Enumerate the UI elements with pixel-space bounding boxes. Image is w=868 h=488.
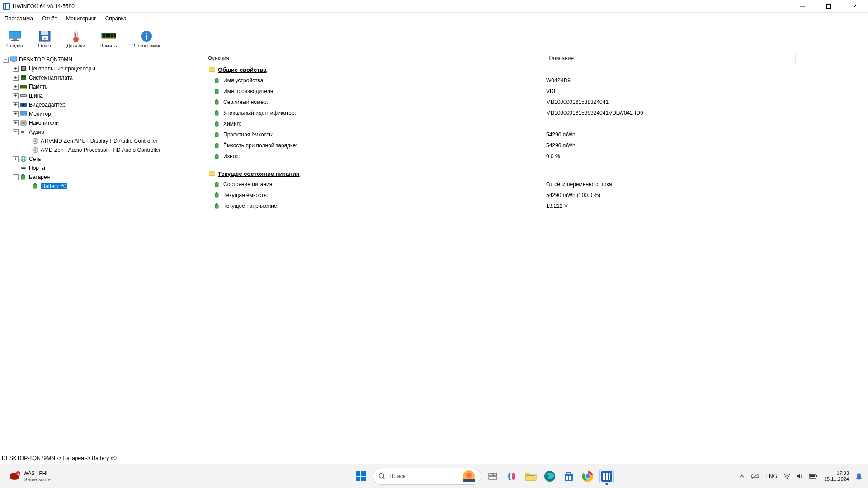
property-row[interactable]: Ёмкость при полной зарядке:54290 mWh: [203, 140, 868, 151]
chrome-button[interactable]: [580, 469, 595, 483]
tree-item[interactable]: +Видеоадаптер: [3, 100, 203, 109]
tree-item[interactable]: +Сеть: [3, 155, 203, 164]
svg-text:1: 1: [17, 472, 19, 476]
menu-report[interactable]: Отчёт: [38, 13, 61, 24]
window-controls: [789, 0, 868, 12]
svg-rect-54: [22, 168, 23, 169]
column-extra[interactable]: [796, 54, 868, 64]
column-description[interactable]: Описание: [544, 54, 796, 64]
store-button[interactable]: [561, 469, 576, 483]
menu-help[interactable]: Справка: [101, 13, 131, 24]
svg-rect-57: [21, 175, 25, 179]
property-value: VDL: [544, 88, 868, 94]
column-function[interactable]: Функция: [203, 54, 544, 64]
clock[interactable]: 17:33 15.11.2024: [824, 470, 849, 482]
edge-button[interactable]: [542, 469, 557, 483]
tree-item-label: Батарея: [29, 174, 50, 180]
tree-item[interactable]: +Центральные процессоры: [3, 64, 203, 73]
property-row[interactable]: Серийный номер:MB100000161538324041: [203, 97, 868, 108]
svg-rect-24: [102, 38, 116, 39]
expand-icon[interactable]: +: [13, 120, 19, 126]
tree-item-label: Порты: [29, 165, 45, 171]
tree-child-item[interactable]: ATI/AMD Zen APU - Display HD Audio Contr…: [3, 136, 203, 145]
explorer-button[interactable]: [524, 469, 538, 483]
toolbar-summary[interactable]: Сводка: [5, 29, 25, 49]
tree-child-label: AMD Zen - Audio Processor - HD Audio Con…: [41, 147, 160, 153]
property-row[interactable]: Текущее напряжение:13.212 V: [203, 201, 868, 211]
property-row[interactable]: Имя производителя:VDL: [203, 86, 868, 97]
news-widget[interactable]: 1 WAS - PHI Game score: [9, 470, 51, 483]
tree-item[interactable]: +Шина: [3, 91, 203, 100]
expand-icon[interactable]: +: [13, 66, 19, 72]
tray-chevron-icon[interactable]: [739, 474, 745, 479]
property-value: От сети переменного тока: [544, 181, 868, 188]
battery-icon: [214, 88, 221, 94]
expand-icon[interactable]: +: [13, 84, 19, 90]
collapse-icon[interactable]: −: [3, 57, 9, 63]
minimize-button[interactable]: [789, 0, 816, 12]
svg-rect-35: [24, 76, 25, 77]
svg-rect-77: [215, 155, 218, 159]
tree-item[interactable]: +Память: [3, 82, 203, 91]
property-label: Химия:: [223, 121, 241, 127]
tree-child-item[interactable]: AMD Zen - Audio Processor - HD Audio Con…: [3, 145, 203, 155]
svg-rect-61: [209, 68, 215, 72]
tree-item[interactable]: −Аудио: [3, 127, 203, 136]
property-row[interactable]: Уникальный идентификатор:MB1000001615383…: [203, 108, 868, 118]
taskbar-search[interactable]: Поиск: [373, 468, 481, 485]
tree-child-item[interactable]: Battery #0: [3, 182, 203, 191]
tree-item[interactable]: Порты: [3, 164, 203, 173]
tree-pane[interactable]: − DESKTOP-8QN79MN +Центральные процессор…: [0, 54, 203, 452]
svg-point-26: [146, 33, 147, 34]
menu-monitoring[interactable]: Мониторинг: [61, 13, 101, 24]
collapse-icon[interactable]: −: [13, 174, 19, 180]
notifications-icon[interactable]: [855, 472, 863, 480]
menu-program[interactable]: Программа: [0, 13, 38, 24]
toolbar-sensors[interactable]: Датчики: [65, 29, 87, 49]
toolbar-about[interactable]: О программе: [130, 29, 164, 49]
wifi-icon[interactable]: [783, 473, 791, 479]
expand-icon[interactable]: +: [13, 102, 19, 108]
task-view-button[interactable]: [486, 469, 500, 483]
expand-icon[interactable]: +: [13, 93, 19, 99]
toolbar-memory[interactable]: Память: [98, 29, 118, 49]
taskbar-widgets[interactable]: 1 WAS - PHI Game score: [0, 470, 262, 483]
svg-rect-34: [22, 76, 23, 77]
tree-item[interactable]: −Батарея: [3, 173, 203, 182]
battery-icon[interactable]: [809, 474, 818, 479]
copilot-button[interactable]: [505, 469, 519, 483]
tree-item[interactable]: +Системная плата: [3, 73, 203, 82]
close-button[interactable]: [842, 0, 868, 12]
bat-icon: [20, 174, 27, 181]
svg-rect-5: [827, 4, 831, 8]
property-row[interactable]: Износ:0.0 %: [203, 151, 868, 162]
toolbar-summary-label: Сводка: [6, 43, 23, 48]
property-row[interactable]: Текущая ёмкость:54290 mWh (100.0 %): [203, 190, 868, 201]
property-row[interactable]: Химия:: [203, 118, 868, 129]
tree-item[interactable]: +Накопители: [3, 118, 203, 127]
tree-root[interactable]: − DESKTOP-8QN79MN: [3, 55, 203, 64]
onedrive-icon[interactable]: [751, 473, 759, 479]
maximize-button[interactable]: [816, 0, 842, 12]
svg-rect-43: [23, 115, 24, 116]
tree-item[interactable]: +Монитор: [3, 109, 203, 118]
language-indicator[interactable]: ENG: [765, 473, 777, 479]
volume-icon[interactable]: [796, 473, 803, 479]
expand-icon[interactable]: +: [13, 156, 19, 162]
toolbar-report[interactable]: Отчёт: [36, 29, 54, 49]
svg-rect-37: [20, 88, 27, 89]
property-row[interactable]: Имя устройства:W042-ID9: [203, 75, 868, 86]
detail-header: Функция Описание: [203, 54, 868, 64]
start-button[interactable]: [354, 469, 368, 483]
svg-rect-12: [41, 31, 48, 35]
property-row[interactable]: Проектная ёмкость:54290 mWh: [203, 129, 868, 140]
tree-root-label: DESKTOP-8QN79MN: [19, 56, 72, 63]
expand-icon[interactable]: +: [13, 75, 19, 81]
svg-rect-60: [34, 183, 36, 184]
property-row[interactable]: Состояние питания:От сети переменного то…: [203, 179, 868, 190]
svg-rect-27: [146, 35, 147, 40]
expand-icon[interactable]: +: [13, 111, 19, 117]
hwinfo-taskbar-button[interactable]: [599, 469, 614, 483]
svg-rect-76: [216, 143, 217, 144]
collapse-icon[interactable]: −: [13, 129, 19, 135]
